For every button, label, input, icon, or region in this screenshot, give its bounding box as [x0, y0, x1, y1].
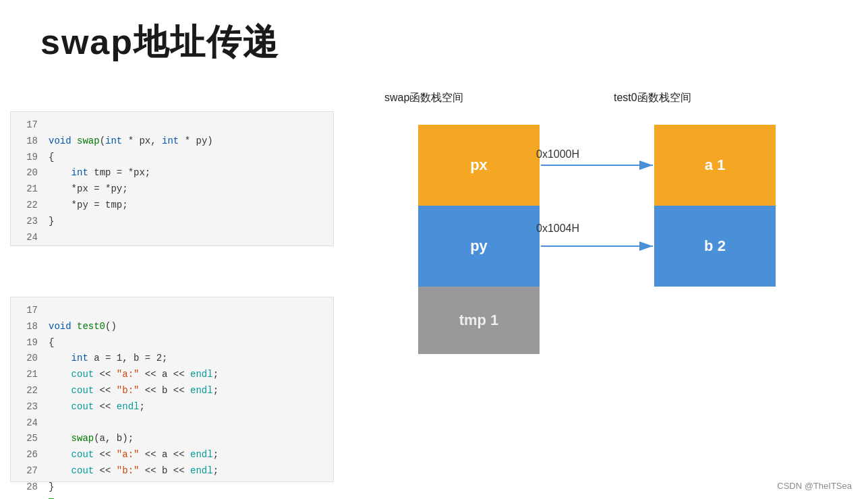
code-line: 28 } — [11, 479, 333, 496]
swap-py-cell: py — [418, 206, 540, 287]
swap-stack: px py tmp 1 — [418, 125, 540, 354]
test0-b-cell: b 2 — [654, 206, 776, 287]
code-box-test0: 17 18 void test0() 19 { 20 int a = 1, b … — [10, 297, 334, 482]
code-line: 18 void swap(int * px, int * py) — [11, 134, 333, 150]
code-line: 20 int a = 1, b = 2; — [11, 351, 333, 367]
code-line: 18 void test0() — [11, 319, 333, 335]
code-line: 24 — [11, 230, 333, 246]
code-line: 23 cout << endl; — [11, 399, 333, 415]
code-line: 25 swap(a, b); — [11, 431, 333, 447]
watermark: CSDN @TheITSea — [777, 481, 852, 491]
arrow2-label: 0x1004H — [536, 223, 579, 235]
arrow1-label: 0x1000H — [536, 148, 579, 160]
test0-a-cell: a 1 — [654, 125, 776, 206]
code-line: 22 *py = tmp; — [11, 198, 333, 214]
code-line: 26 cout << "a:" << a << endl; — [11, 447, 333, 463]
code-line: 23 } — [11, 214, 333, 230]
code-box-swap: 17 18 void swap(int * px, int * py) 19 {… — [10, 111, 334, 246]
test0-stack: a 1 b 2 — [654, 125, 776, 287]
test0-stack-label: test0函数栈空间 — [614, 91, 691, 105]
code-line: 24 — [11, 415, 333, 432]
code-line: 21 *px = *py; — [11, 181, 333, 198]
code-line: 29 — [11, 496, 333, 499]
swap-stack-label: swap函数栈空间 — [384, 91, 463, 105]
code-line: 27 cout << "b:" << b << endl; — [11, 463, 333, 479]
diagram: swap函数栈空间 test0函数栈空间 px py tmp 1 a 1 b 2… — [364, 91, 850, 455]
code-line: 17 — [11, 117, 333, 134]
swap-px-cell: px — [418, 125, 540, 206]
code-line: 22 cout << "b:" << b << endl; — [11, 383, 333, 399]
code-line: 17 — [11, 303, 333, 319]
swap-tmp-cell: tmp 1 — [418, 287, 540, 354]
code-line: 19 { — [11, 150, 333, 166]
code-line: 19 { — [11, 335, 333, 351]
page-title: swap地址传递 — [40, 19, 279, 66]
code-line: 20 int tmp = *px; — [11, 165, 333, 181]
code-line: 21 cout << "a:" << a << endl; — [11, 367, 333, 383]
